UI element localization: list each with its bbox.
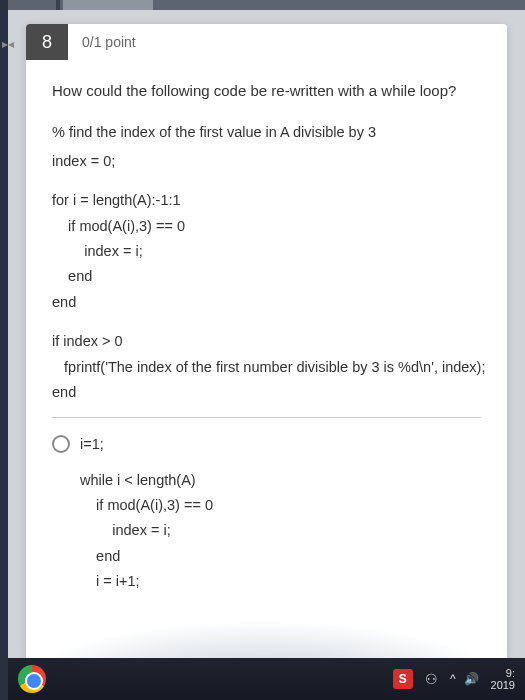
chrome-icon[interactable] [18, 665, 46, 693]
screen-bezel [0, 0, 8, 700]
points-label: 0/1 point [68, 34, 136, 50]
divider [52, 417, 481, 418]
question-prompt: How could the following code be re-writt… [52, 78, 481, 104]
code-comment: % find the index of the first value in A… [52, 120, 481, 145]
answer-first-line: i=1; [80, 432, 481, 457]
taskbar: S ⚇ ^ 🔊 9: 2019 [8, 658, 525, 700]
question-body: How could the following code be re-writt… [26, 60, 507, 595]
question-number-badge: 8 [26, 24, 68, 60]
time-line1: 9: [491, 667, 515, 679]
question-card: 8 0/1 point How could the following code… [26, 24, 507, 658]
tab-bar [8, 0, 525, 10]
code-if-block: if index > 0 fprintf('The index of the f… [52, 329, 481, 405]
time-line2: 2019 [491, 679, 515, 691]
taskbar-right: S ⚇ ^ 🔊 9: 2019 [393, 667, 515, 691]
code-line: index = 0; [52, 149, 481, 174]
active-tab[interactable] [63, 0, 153, 10]
answer-while-code: while i < length(A) if mod(A(i),3) == 0 … [80, 468, 481, 595]
chevron-up-icon[interactable]: ^ [450, 672, 456, 686]
radio-icon[interactable] [52, 435, 70, 453]
people-icon[interactable]: ⚇ [425, 671, 438, 687]
code-for-loop: for i = length(A):-1:1 if mod(A(i),3) ==… [52, 188, 481, 315]
sound-icon[interactable]: 🔊 [464, 672, 479, 686]
taskbar-left [8, 665, 46, 693]
s-app-icon[interactable]: S [393, 669, 413, 689]
collapse-arrow-icon: ▶◀ [2, 40, 14, 49]
tray-icons: ^ 🔊 [450, 672, 479, 686]
browser-content: 8 0/1 point How could the following code… [8, 0, 525, 658]
clock[interactable]: 9: 2019 [491, 667, 515, 691]
tab-separator [56, 0, 60, 10]
answer-option[interactable]: i=1; while i < length(A) if mod(A(i),3) … [52, 432, 481, 594]
question-header: 8 0/1 point [26, 24, 507, 60]
